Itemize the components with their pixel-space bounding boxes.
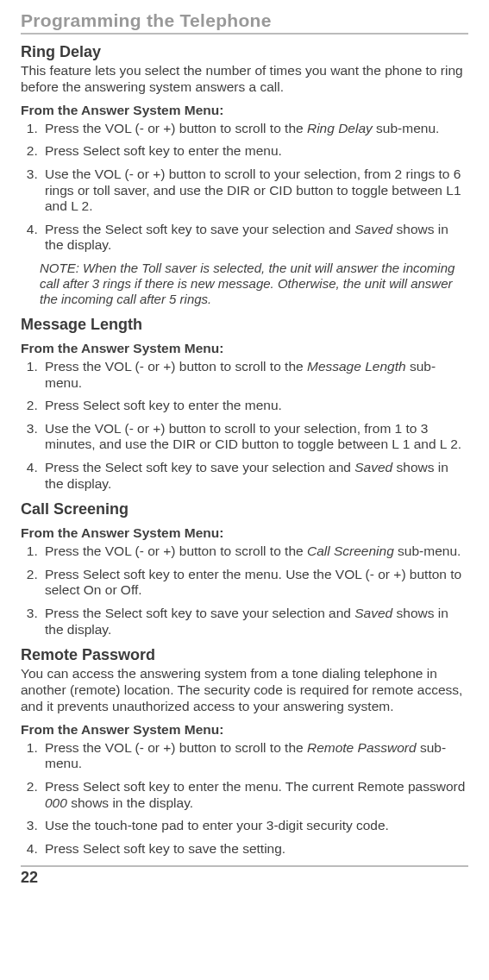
step-em: Message Length bbox=[307, 359, 406, 374]
step-em: Saved bbox=[354, 460, 392, 474]
list-item: Press the Select soft key to save your s… bbox=[41, 222, 468, 254]
list-item: Press Select soft key to enter the menu. bbox=[41, 398, 468, 414]
step-text: Press the Select soft key to save your s… bbox=[45, 606, 354, 620]
ring-delay-steps: Press the VOL (- or +) button to scroll … bbox=[21, 121, 468, 254]
page-number: 22 bbox=[21, 869, 38, 886]
heading-remote-password: Remote Password bbox=[21, 646, 468, 664]
step-text: Press the Select soft key to save your s… bbox=[45, 460, 354, 474]
remote-password-intro: You can access the answering system from… bbox=[21, 666, 468, 715]
call-screening-menu-heading: From the Answer System Menu: bbox=[21, 525, 468, 541]
list-item: Use the VOL (- or +) button to scroll to… bbox=[41, 166, 468, 215]
step-em: Saved bbox=[354, 606, 392, 620]
step-text: Press the VOL (- or +) button to scroll … bbox=[45, 121, 307, 135]
list-item: Press the VOL (- or +) button to scroll … bbox=[41, 543, 468, 560]
call-screening-steps: Press the VOL (- or +) button to scroll … bbox=[21, 543, 468, 638]
remote-password-menu-heading: From the Answer System Menu: bbox=[21, 722, 468, 738]
heading-message-length: Message Length bbox=[21, 316, 468, 334]
list-item: Use the VOL (- or +) button to scroll to… bbox=[41, 421, 468, 453]
list-item: Press the VOL (- or +) button to scroll … bbox=[41, 121, 468, 137]
message-length-steps: Press the VOL (- or +) button to scroll … bbox=[21, 359, 468, 492]
page-container: Programming the Telephone Ring Delay Thi… bbox=[0, 0, 489, 980]
ring-delay-intro: This feature lets you select the number … bbox=[21, 63, 468, 96]
step-em: 000 bbox=[45, 795, 67, 810]
step-text: sub-menu. bbox=[394, 543, 461, 558]
chapter-title: Programming the Telephone bbox=[21, 10, 468, 35]
step-em: Call Screening bbox=[307, 543, 394, 558]
ring-delay-menu-heading: From the Answer System Menu: bbox=[21, 103, 468, 118]
step-text: Press Select soft key to enter the menu.… bbox=[45, 779, 465, 794]
page-footer: 22 bbox=[21, 865, 468, 887]
list-item: Press Select soft key to enter the menu.… bbox=[41, 779, 468, 811]
list-item: Press Select soft key to enter the menu. bbox=[41, 143, 468, 160]
step-text: Press the VOL (- or +) button to scroll … bbox=[45, 359, 307, 374]
heading-call-screening: Call Screening bbox=[21, 500, 468, 518]
list-item: Press the Select soft key to save your s… bbox=[41, 460, 468, 492]
list-item: Press the VOL (- or +) button to scroll … bbox=[41, 359, 468, 391]
list-item: Press the Select soft key to save your s… bbox=[41, 606, 468, 638]
step-text: Press the Select soft key to save your s… bbox=[45, 222, 354, 236]
step-em: Saved bbox=[354, 222, 392, 236]
step-text: Press the VOL (- or +) button to scroll … bbox=[45, 543, 307, 558]
step-text: sub-menu. bbox=[373, 121, 440, 135]
message-length-menu-heading: From the Answer System Menu: bbox=[21, 341, 468, 356]
list-item: Press Select soft key to save the settin… bbox=[41, 841, 468, 858]
ring-delay-note: NOTE: When the Toll saver is selected, t… bbox=[40, 261, 468, 307]
step-text: Press the VOL (- or +) button to scroll … bbox=[45, 740, 307, 755]
step-em: Ring Delay bbox=[307, 121, 373, 135]
remote-password-steps: Press the VOL (- or +) button to scroll … bbox=[21, 740, 468, 858]
step-em: Remote Password bbox=[307, 740, 417, 755]
heading-ring-delay: Ring Delay bbox=[21, 43, 468, 61]
list-item: Press the VOL (- or +) button to scroll … bbox=[41, 740, 468, 772]
step-text: shows in the display. bbox=[67, 795, 193, 810]
list-item: Press Select soft key to enter the menu.… bbox=[41, 567, 468, 599]
list-item: Use the touch-tone pad to enter your 3-d… bbox=[41, 818, 468, 834]
